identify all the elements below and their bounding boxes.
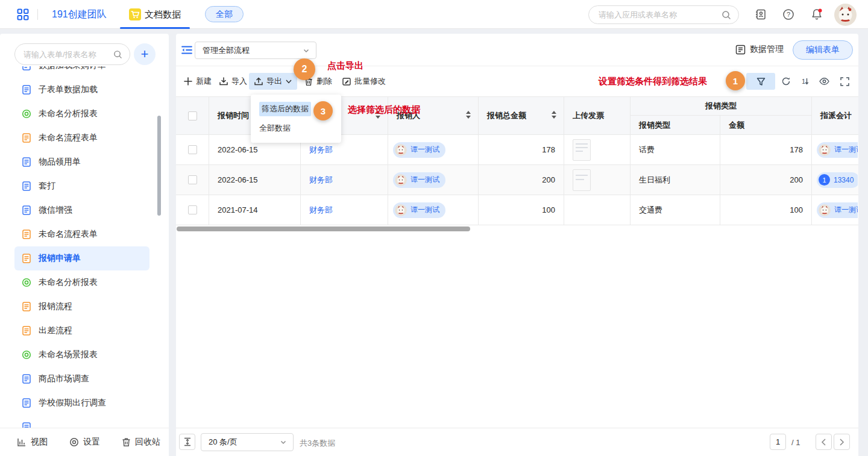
sidebar-scrollbar[interactable]	[157, 116, 161, 216]
bar-chart-icon	[17, 437, 27, 447]
sidebar-search[interactable]	[14, 43, 130, 65]
dept-link[interactable]: 财务部	[309, 175, 333, 186]
sidebar-item[interactable]: 微信增强	[14, 198, 149, 222]
settings-button[interactable]: 设置	[69, 437, 100, 448]
dept-link[interactable]: 财务部	[309, 205, 333, 216]
address-book-icon[interactable]	[755, 8, 767, 20]
dept-link[interactable]: 财务部	[309, 145, 333, 155]
column-header-invoice[interactable]: 上传发票	[564, 97, 631, 134]
column-header-total[interactable]: 报销总金额	[479, 97, 564, 134]
toolbar-top: 管理全部流程 数据管理 编辑表单	[176, 34, 858, 66]
sort-button[interactable]: 1	[797, 73, 812, 90]
visibility-button[interactable]	[816, 73, 832, 90]
accountant-pill[interactable]: 谭一测试	[817, 202, 858, 218]
views-button[interactable]: 视图	[17, 437, 48, 448]
flow-form-icon	[22, 230, 31, 239]
sidebar-item[interactable]: 出差流程	[14, 319, 149, 343]
select-all-checkbox[interactable]	[188, 111, 197, 120]
add-form-button[interactable]: +	[134, 43, 156, 65]
row-checkbox[interactable]	[188, 175, 197, 184]
search-icon[interactable]	[113, 50, 122, 59]
team-name[interactable]: 191创建团队	[52, 8, 107, 21]
trash-icon	[122, 437, 131, 447]
new-button[interactable]: 新建	[184, 73, 212, 90]
page-size-select[interactable]: 20 条/页	[201, 433, 294, 451]
tab-document-data[interactable]: 文档数据	[145, 9, 181, 20]
sidebar-item[interactable]	[14, 415, 149, 428]
sidebar-item[interactable]: 物品领用单	[14, 150, 149, 174]
collapse-sidebar-icon[interactable]	[181, 45, 192, 55]
sidebar-item[interactable]: 子表单数据加载	[14, 78, 149, 102]
group-header-type[interactable]: 报销类型	[631, 97, 811, 116]
sidebar-item[interactable]: 数据加载采购订单	[14, 66, 149, 78]
sidebar-item-selected[interactable]: 报销申请单	[14, 246, 149, 270]
subcolumn-header-amount[interactable]: 金额	[720, 116, 811, 134]
person-pill[interactable]: 谭一测试	[393, 202, 445, 218]
flow-form-icon	[22, 254, 31, 263]
svg-text:?: ?	[787, 11, 790, 18]
export-button[interactable]: 导出	[249, 73, 297, 90]
data-manage-icon	[735, 45, 746, 55]
scope-all-pill[interactable]: 全部	[205, 6, 244, 22]
next-page-button[interactable]	[834, 434, 850, 450]
active-tab-underline	[120, 27, 190, 29]
plus-icon	[184, 77, 192, 86]
help-icon[interactable]: ?	[782, 8, 794, 20]
batch-edit-button[interactable]: 批量修改	[342, 73, 386, 90]
table-row[interactable]: 2021-07-14 财务部 谭一测试 100 交通费 100 谭一测试	[176, 195, 858, 225]
invoice-thumbnail[interactable]	[573, 139, 591, 161]
form-icon	[22, 422, 31, 428]
table-row[interactable]: 2022-06-15 财务部 谭一测试 200 生日福利 200 113340	[176, 165, 858, 195]
invoice-thumbnail[interactable]	[573, 169, 591, 191]
row-checkbox[interactable]	[188, 145, 197, 154]
person-pill[interactable]: 谭一测试	[393, 172, 445, 188]
sidebar-search-input[interactable]	[24, 50, 113, 59]
sidebar-item[interactable]: 套打	[14, 174, 149, 198]
apps-grid-icon[interactable]	[17, 8, 29, 20]
sort-arrows-icon[interactable]	[466, 111, 471, 119]
fullscreen-button[interactable]	[837, 73, 852, 90]
global-search[interactable]	[588, 5, 739, 24]
user-avatar[interactable]	[834, 4, 857, 26]
data-manage-button[interactable]: 数据管理	[735, 44, 784, 55]
flow-scope-select[interactable]: 管理全部流程	[195, 42, 316, 59]
flow-form-icon	[22, 302, 31, 311]
column-header-accountant[interactable]: 指派会计	[812, 97, 858, 134]
import-button[interactable]: 导入	[219, 73, 247, 90]
filter-button[interactable]	[746, 73, 775, 90]
person-pill[interactable]: 谭一测试	[393, 142, 445, 158]
edit-form-button[interactable]: 编辑表单	[793, 40, 853, 60]
sidebar-item[interactable]: 未命名分析报表	[14, 270, 149, 295]
sidebar-item[interactable]: 商品市场调查	[14, 367, 149, 391]
row-height-button[interactable]	[179, 434, 195, 450]
sidebar-item[interactable]: 未命名分析报表	[14, 102, 149, 126]
accountant-pill[interactable]: 谭一测试	[817, 142, 858, 158]
row-height-icon	[183, 437, 192, 446]
global-search-input[interactable]	[599, 10, 722, 19]
form-icon	[22, 205, 31, 215]
sort-arrows-icon[interactable]	[552, 111, 556, 119]
export-icon	[254, 77, 263, 86]
sidebar-form-list: 数据加载采购订单 子表单数据加载 未命名分析报表 未命名流程表单 物品领用单 套…	[0, 66, 169, 428]
sidebar-item[interactable]: 未命名场景报表	[14, 343, 149, 367]
menu-item-all-data[interactable]: 全部数据	[251, 119, 341, 138]
horizontal-scrollbar[interactable]	[177, 226, 470, 231]
annotation-step-3: 3	[313, 101, 333, 120]
current-page-box[interactable]: 1	[770, 434, 786, 450]
sidebar-item[interactable]: 报销流程	[14, 295, 149, 319]
avatar	[819, 144, 831, 156]
cell-date: 2021-07-14	[218, 205, 258, 214]
cell-type: 话费	[639, 145, 655, 155]
sidebar-item[interactable]: 学校假期出行调查	[14, 391, 149, 415]
search-icon[interactable]	[722, 10, 731, 20]
refresh-button[interactable]	[779, 73, 793, 90]
subcolumn-header-type[interactable]: 报销类型	[631, 116, 720, 134]
column-header-person[interactable]: 报销人	[388, 97, 479, 134]
recycle-bin-button[interactable]: 回收站	[122, 437, 160, 448]
sidebar-item[interactable]: 未命名流程表单	[14, 222, 149, 246]
prev-page-button[interactable]	[816, 434, 832, 450]
accountant-pill[interactable]: 113340	[817, 172, 858, 188]
sidebar-item[interactable]: 未命名流程表单	[14, 126, 149, 150]
notification-bell-icon[interactable]	[810, 8, 823, 21]
row-checkbox[interactable]	[188, 205, 197, 214]
